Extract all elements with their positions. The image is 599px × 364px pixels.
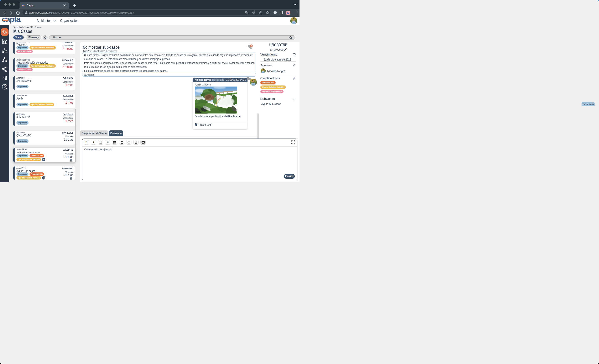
svg-text:?: ? [4, 85, 6, 89]
